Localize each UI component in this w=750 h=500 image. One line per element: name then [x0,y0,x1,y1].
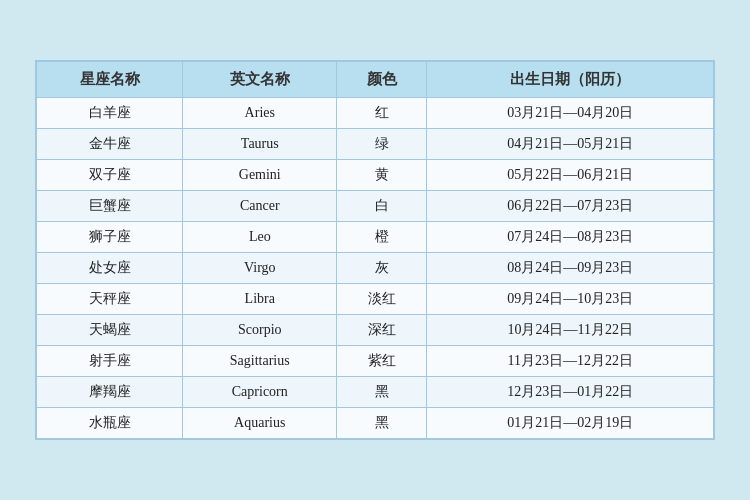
cell-chinese-name: 天蝎座 [37,315,183,346]
header-chinese-name: 星座名称 [37,62,183,98]
cell-dates: 10月24日—11月22日 [427,315,714,346]
cell-english-name: Cancer [183,191,337,222]
cell-chinese-name: 巨蟹座 [37,191,183,222]
cell-chinese-name: 金牛座 [37,129,183,160]
cell-english-name: Aquarius [183,408,337,439]
cell-color: 黑 [337,408,427,439]
cell-chinese-name: 处女座 [37,253,183,284]
table-row: 巨蟹座Cancer白06月22日—07月23日 [37,191,714,222]
cell-chinese-name: 射手座 [37,346,183,377]
cell-color: 紫红 [337,346,427,377]
cell-color: 淡红 [337,284,427,315]
cell-dates: 08月24日—09月23日 [427,253,714,284]
cell-dates: 07月24日—08月23日 [427,222,714,253]
cell-english-name: Virgo [183,253,337,284]
cell-dates: 09月24日—10月23日 [427,284,714,315]
header-dates: 出生日期（阳历） [427,62,714,98]
table-row: 水瓶座Aquarius黑01月21日—02月19日 [37,408,714,439]
cell-color: 深红 [337,315,427,346]
cell-color: 绿 [337,129,427,160]
table-row: 天蝎座Scorpio深红10月24日—11月22日 [37,315,714,346]
cell-chinese-name: 狮子座 [37,222,183,253]
cell-dates: 06月22日—07月23日 [427,191,714,222]
table-row: 射手座Sagittarius紫红11月23日—12月22日 [37,346,714,377]
cell-dates: 11月23日—12月22日 [427,346,714,377]
zodiac-table-container: 星座名称 英文名称 颜色 出生日期（阳历） 白羊座Aries红03月21日—04… [35,60,715,440]
cell-english-name: Taurus [183,129,337,160]
table-header-row: 星座名称 英文名称 颜色 出生日期（阳历） [37,62,714,98]
cell-chinese-name: 摩羯座 [37,377,183,408]
cell-chinese-name: 水瓶座 [37,408,183,439]
cell-color: 灰 [337,253,427,284]
table-row: 双子座Gemini黄05月22日—06月21日 [37,160,714,191]
cell-dates: 04月21日—05月21日 [427,129,714,160]
zodiac-table: 星座名称 英文名称 颜色 出生日期（阳历） 白羊座Aries红03月21日—04… [36,61,714,439]
table-row: 金牛座Taurus绿04月21日—05月21日 [37,129,714,160]
cell-english-name: Leo [183,222,337,253]
cell-english-name: Libra [183,284,337,315]
header-color: 颜色 [337,62,427,98]
table-row: 狮子座Leo橙07月24日—08月23日 [37,222,714,253]
cell-color: 白 [337,191,427,222]
table-row: 天秤座Libra淡红09月24日—10月23日 [37,284,714,315]
cell-dates: 01月21日—02月19日 [427,408,714,439]
cell-dates: 03月21日—04月20日 [427,98,714,129]
cell-chinese-name: 天秤座 [37,284,183,315]
cell-english-name: Scorpio [183,315,337,346]
cell-chinese-name: 双子座 [37,160,183,191]
table-row: 白羊座Aries红03月21日—04月20日 [37,98,714,129]
cell-english-name: Gemini [183,160,337,191]
cell-color: 黑 [337,377,427,408]
cell-dates: 05月22日—06月21日 [427,160,714,191]
cell-color: 红 [337,98,427,129]
cell-color: 黄 [337,160,427,191]
header-english-name: 英文名称 [183,62,337,98]
table-row: 处女座Virgo灰08月24日—09月23日 [37,253,714,284]
cell-dates: 12月23日—01月22日 [427,377,714,408]
cell-english-name: Aries [183,98,337,129]
cell-color: 橙 [337,222,427,253]
table-row: 摩羯座Capricorn黑12月23日—01月22日 [37,377,714,408]
cell-chinese-name: 白羊座 [37,98,183,129]
cell-english-name: Sagittarius [183,346,337,377]
table-body: 白羊座Aries红03月21日—04月20日金牛座Taurus绿04月21日—0… [37,98,714,439]
cell-english-name: Capricorn [183,377,337,408]
